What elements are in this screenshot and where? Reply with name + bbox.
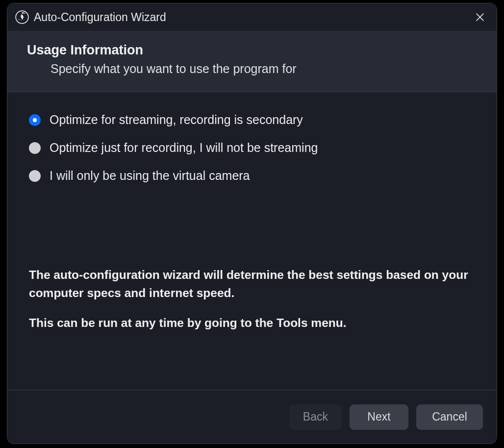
close-icon xyxy=(475,12,485,23)
wizard-body: Optimize for streaming, recording is sec… xyxy=(7,92,497,390)
info-line: The auto-configuration wizard will deter… xyxy=(29,266,475,302)
dialog-window: Auto-Configuration Wizard Usage Informat… xyxy=(7,3,497,444)
wizard-description: The auto-configuration wizard will deter… xyxy=(29,266,475,332)
close-button[interactable] xyxy=(470,7,490,27)
radio-label: I will only be using the virtual camera xyxy=(50,169,250,183)
radio-option-virtual-camera[interactable]: I will only be using the virtual camera xyxy=(29,169,475,183)
radio-indicator-icon xyxy=(29,114,41,126)
back-button[interactable]: Back xyxy=(289,404,342,430)
titlebar: Auto-Configuration Wizard xyxy=(7,3,497,31)
usage-radio-group: Optimize for streaming, recording is sec… xyxy=(29,113,475,183)
info-line: This can be run at any time by going to … xyxy=(29,314,475,332)
obs-logo-icon xyxy=(15,10,29,24)
window-title: Auto-Configuration Wizard xyxy=(34,11,470,24)
radio-option-streaming[interactable]: Optimize for streaming, recording is sec… xyxy=(29,113,475,127)
radio-indicator-icon xyxy=(29,142,41,154)
wizard-header: Usage Information Specify what you want … xyxy=(7,31,497,92)
wizard-footer: Back Next Cancel xyxy=(7,390,497,444)
radio-label: Optimize just for recording, I will not … xyxy=(50,141,318,155)
page-subtitle: Specify what you want to use the program… xyxy=(50,62,477,76)
page-title: Usage Information xyxy=(27,43,477,58)
radio-option-recording[interactable]: Optimize just for recording, I will not … xyxy=(29,141,475,155)
radio-label: Optimize for streaming, recording is sec… xyxy=(50,113,303,127)
radio-indicator-icon xyxy=(29,170,41,182)
cancel-button[interactable]: Cancel xyxy=(416,404,483,430)
next-button[interactable]: Next xyxy=(350,404,408,430)
